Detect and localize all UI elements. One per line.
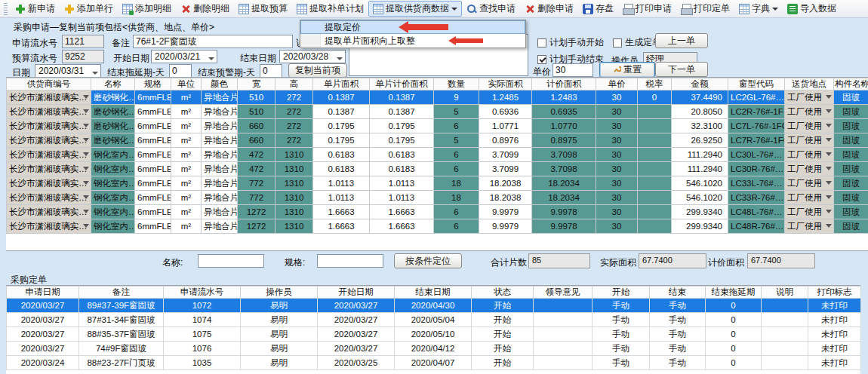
cell-delivery-place[interactable]: 工厂使用 xyxy=(785,133,834,148)
cell-operator[interactable]: 易明 xyxy=(241,299,318,313)
cell-end-delay[interactable]: 0 xyxy=(706,299,762,313)
cell-end[interactable]: 手动 xyxy=(650,313,706,327)
print-apply-button[interactable]: 打印申请 xyxy=(618,1,676,17)
cell-color[interactable]: 异地合片 xyxy=(202,191,238,205)
cell-name[interactable]: 磨砂钢化… xyxy=(91,90,135,105)
cell-start-date[interactable]: 2020/03/25 xyxy=(318,356,395,370)
cell-note[interactable] xyxy=(762,327,808,342)
order-row[interactable]: 2020/03/2789#37-39F窗固玻1072易明2020/03/2720… xyxy=(7,299,861,313)
cell-operator[interactable]: 易明 xyxy=(241,313,318,327)
cell-amount[interactable]: 20.8050 xyxy=(672,105,728,119)
cell-unit[interactable]: m² xyxy=(171,119,202,133)
cell-start[interactable]: 手动 xyxy=(593,342,650,356)
cell-end-date[interactable]: 2020/04/30 xyxy=(395,299,472,313)
grid-row[interactable]: 长沙市潇湘玻璃实…钢化室内…6mmFLE…m²异地合片127213101.666… xyxy=(7,205,868,219)
cell-actual-area[interactable]: 0.8976 xyxy=(479,133,532,148)
prev-order-button[interactable]: 上一单 xyxy=(655,33,708,48)
cell-piece-area[interactable]: 0.1387 xyxy=(313,105,370,119)
end-date-select[interactable]: 2020/03/28 xyxy=(279,50,346,63)
cell-piece-priced-area[interactable]: 0.6183 xyxy=(370,148,434,162)
cell-unit[interactable]: m² xyxy=(171,176,202,191)
cell-window-code[interactable]: LC33L-76#… xyxy=(728,176,785,191)
cell-unit-price[interactable]: 30 xyxy=(596,119,638,133)
cell-print-flag[interactable]: 未打印 xyxy=(808,299,861,313)
cell-delivery-place[interactable]: 工厂使用 xyxy=(785,90,834,105)
cell-leader-opinion[interactable] xyxy=(534,342,593,356)
cell-piece-priced-area[interactable]: 0.6183 xyxy=(370,162,434,176)
cell-piece-area[interactable]: 1.6663 xyxy=(313,219,370,234)
cell-end[interactable]: 手动 xyxy=(650,342,706,356)
cell-name[interactable]: 磨砂钢化… xyxy=(91,133,135,148)
cell-actual-area[interactable]: 1.2485 xyxy=(479,90,532,105)
cell-tax-rate[interactable] xyxy=(638,191,672,205)
cell-window-code[interactable]: LC33R-76#… xyxy=(728,191,785,205)
next-order-button[interactable]: 下一单 xyxy=(655,62,708,77)
cell-delivery-place[interactable]: 工厂使用 xyxy=(785,119,834,133)
cell-operator[interactable]: 易明 xyxy=(241,342,318,356)
cell-name[interactable]: 钢化室内… xyxy=(91,162,135,176)
cell-piece-priced-area[interactable]: 1.0113 xyxy=(370,191,434,205)
cell-delivery-place[interactable]: 工厂使用 xyxy=(785,105,834,119)
cell-start[interactable]: 手动 xyxy=(593,327,650,342)
cell-supplier[interactable]: 长沙市潇湘玻璃实… xyxy=(7,133,91,148)
cell-piece-area[interactable]: 0.1387 xyxy=(313,90,370,105)
start-date-select[interactable]: 2020/03/21 xyxy=(151,50,217,63)
cell-piece-priced-area[interactable]: 1.6663 xyxy=(370,219,434,234)
cell-apply-no[interactable]: 1074 xyxy=(164,313,241,327)
cell-remark[interactable]: 74#9F窗固玻 xyxy=(79,342,164,356)
cell-delivery-place[interactable]: 工厂使用 xyxy=(785,205,834,219)
order-row[interactable]: 2020/03/2787#31-34F窗固玻1074易明2020/03/2720… xyxy=(7,313,861,327)
cell-priced-area[interactable]: 0.6935 xyxy=(532,105,596,119)
cell-unit-price[interactable]: 30 xyxy=(596,191,638,205)
name-filter-input[interactable] xyxy=(198,254,264,268)
cell-qty[interactable]: 6 xyxy=(434,219,479,234)
cell-amount[interactable]: 32.3100 xyxy=(672,119,728,133)
cell-amount[interactable]: 299.9340 xyxy=(672,205,728,219)
cell-window-code[interactable]: LC48R-76#… xyxy=(728,219,785,234)
cell-part-name[interactable]: 固玻 xyxy=(834,105,868,119)
cell-width[interactable]: 472 xyxy=(238,148,275,162)
cell-unit-price[interactable]: 30 xyxy=(596,105,638,119)
cell-part-name[interactable]: 固玻 xyxy=(834,176,868,191)
cell-supplier[interactable]: 长沙市潇湘玻璃实… xyxy=(7,176,91,191)
cell-color[interactable]: 异地合片 xyxy=(202,90,238,105)
cell-amount[interactable]: 26.9250 xyxy=(672,133,728,148)
cell-unit-price[interactable]: 30 xyxy=(596,176,638,191)
cell-tax-rate[interactable] xyxy=(638,133,672,148)
cell-end[interactable]: 手动 xyxy=(650,356,706,370)
grid-row[interactable]: 长沙市潇湘玻璃实…钢化室内…6mmFLE…m²异地合片127213101.666… xyxy=(7,219,868,234)
cell-operator[interactable]: 易明 xyxy=(241,356,318,370)
menu-item-extract-unit-area-roundup[interactable]: 提取单片面积向上取整 xyxy=(300,34,525,48)
cell-note[interactable] xyxy=(762,299,808,313)
cell-piece-priced-area[interactable]: 0.1795 xyxy=(370,119,434,133)
cell-start-date[interactable]: 2020/03/27 xyxy=(318,299,395,313)
cell-print-flag[interactable]: 未打印 xyxy=(808,313,861,327)
cell-part-name[interactable]: 固玻 xyxy=(834,148,868,162)
cell-spec[interactable]: 6mmFLE… xyxy=(135,205,171,219)
cell-print-flag[interactable]: 未打印 xyxy=(808,327,861,342)
cell-end-date[interactable]: 2020/05/04 xyxy=(395,313,472,327)
cell-unit-price[interactable]: 30 xyxy=(596,205,638,219)
cell-spec[interactable]: 6mmFLE… xyxy=(135,105,171,119)
generate-order-checkbox[interactable]: 生成定单 xyxy=(613,36,661,49)
cell-qty[interactable]: 18 xyxy=(434,176,479,191)
cell-piece-priced-area[interactable]: 0.1387 xyxy=(370,90,434,105)
cell-note[interactable] xyxy=(762,342,808,356)
cell-tax-rate[interactable] xyxy=(638,119,672,133)
cell-height[interactable]: 1310 xyxy=(275,148,313,162)
cell-color[interactable]: 异地合片 xyxy=(202,176,238,191)
cell-piece-priced-area[interactable]: 0.1795 xyxy=(370,133,434,148)
cell-window-code[interactable]: LC30R-76#… xyxy=(728,162,785,176)
end-warn-input[interactable] xyxy=(260,64,282,78)
cell-end-date[interactable]: 2020/04/12 xyxy=(395,342,472,356)
find-apply-button[interactable]: 查找申请 xyxy=(462,1,520,17)
order-row[interactable]: 2020/03/2788#35-37F窗固玻1075易明2020/03/2720… xyxy=(7,327,861,342)
cell-end-delay[interactable]: 0 xyxy=(706,342,762,356)
cell-piece-priced-area[interactable]: 1.6663 xyxy=(370,205,434,219)
cell-piece-area[interactable]: 1.6663 xyxy=(313,205,370,219)
print-order-button[interactable]: 打印定单 xyxy=(676,1,734,17)
cell-height[interactable]: 272 xyxy=(275,133,313,148)
cell-supplier[interactable]: 长沙市潇湘玻璃实… xyxy=(7,148,91,162)
cell-name[interactable]: 磨砂钢化… xyxy=(91,105,135,119)
cell-priced-area[interactable]: 9.9978 xyxy=(532,219,596,234)
